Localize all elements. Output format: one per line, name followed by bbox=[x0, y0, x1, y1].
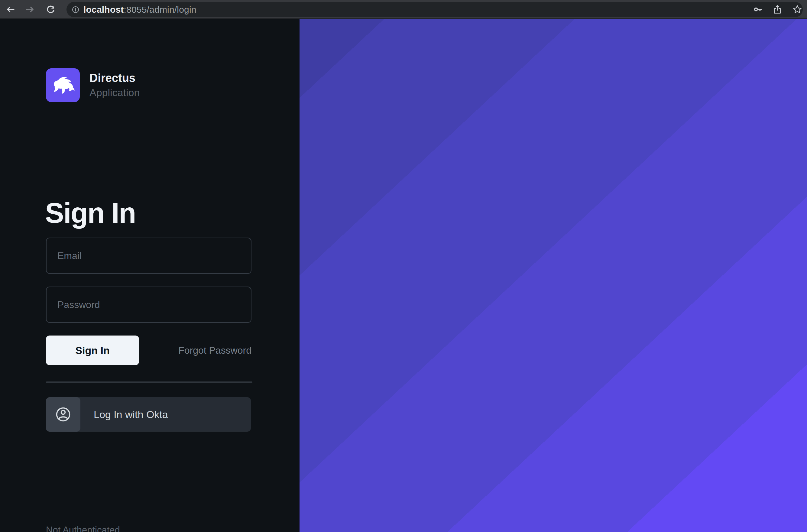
brand-header: Directus Application bbox=[46, 68, 140, 102]
page-title: Sign In bbox=[45, 199, 135, 227]
bookmark-star-icon[interactable] bbox=[792, 4, 803, 15]
brand-text: Directus Application bbox=[90, 72, 140, 98]
url-host: localhost bbox=[83, 4, 124, 15]
okta-login-button[interactable]: Log In with Okta bbox=[46, 397, 251, 432]
account-circle-icon bbox=[53, 404, 73, 424]
url-path: :8055/admin/login bbox=[124, 4, 196, 15]
share-icon[interactable] bbox=[772, 4, 783, 15]
form-actions: Sign In Forgot Password bbox=[46, 336, 251, 365]
reload-icon[interactable] bbox=[45, 4, 56, 15]
address-bar[interactable]: localhost:8055/admin/login bbox=[66, 2, 803, 17]
brand-subtitle: Application bbox=[90, 87, 140, 98]
url-text: localhost:8055/admin/login bbox=[83, 4, 196, 15]
sso-icon-box bbox=[46, 397, 80, 432]
forward-icon[interactable] bbox=[25, 4, 36, 15]
browser-window: localhost:8055/admin/login bbox=[0, 0, 807, 532]
forgot-password-link[interactable]: Forgot Password bbox=[178, 345, 251, 356]
login-panel: Directus Application Sign In Sign In For… bbox=[0, 19, 300, 532]
status-text: Not Authenticated bbox=[46, 525, 120, 532]
sso-label: Log In with Okta bbox=[94, 409, 168, 420]
info-icon[interactable] bbox=[71, 4, 81, 15]
email-field[interactable] bbox=[46, 238, 251, 274]
directus-rabbit-icon bbox=[50, 72, 76, 98]
brand-name: Directus bbox=[90, 72, 140, 84]
directus-logo bbox=[46, 68, 80, 102]
password-field[interactable] bbox=[46, 287, 251, 323]
login-art-background bbox=[300, 19, 807, 532]
key-icon[interactable] bbox=[753, 4, 764, 15]
divider bbox=[46, 381, 252, 383]
back-icon[interactable] bbox=[5, 4, 16, 15]
sign-in-button[interactable]: Sign In bbox=[46, 336, 139, 365]
browser-toolbar: localhost:8055/admin/login bbox=[0, 0, 807, 19]
